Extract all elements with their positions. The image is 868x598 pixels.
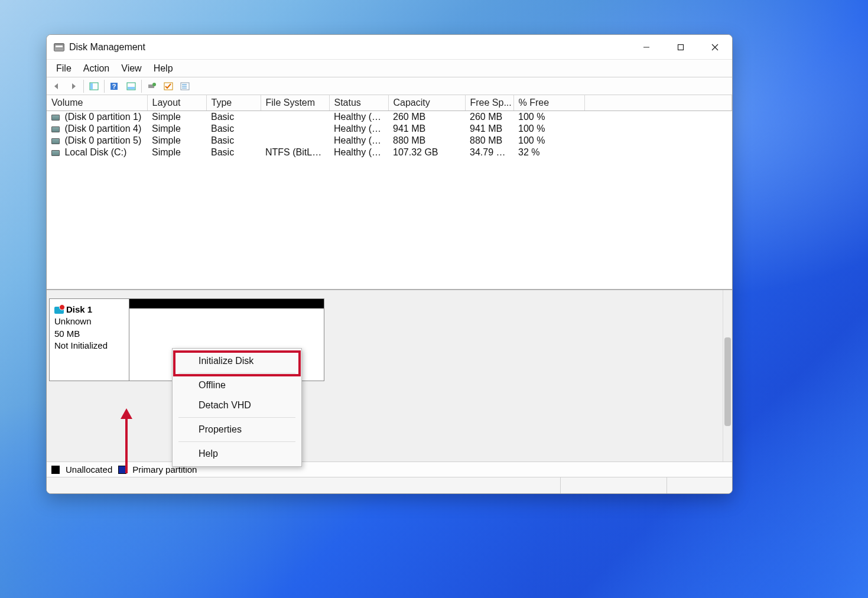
table-cell: Basic <box>206 123 261 135</box>
table-cell <box>584 111 732 124</box>
maximize-button[interactable] <box>664 35 698 60</box>
volume-list-pane[interactable]: VolumeLayoutTypeFile SystemStatusCapacit… <box>47 95 732 290</box>
table-cell: Local Disk (C:) <box>47 147 147 158</box>
disk-graphic-pane[interactable]: Disk 1 Unknown 50 MB Not Initialized <box>47 290 732 462</box>
titlebar: Disk Management <box>47 35 732 60</box>
volume-icon <box>51 138 60 144</box>
table-cell: (Disk 0 partition 5) <box>47 135 147 147</box>
legend-swatch-unallocated <box>51 466 60 474</box>
menu-help[interactable]: Help <box>148 61 179 76</box>
disk-size: 50 MB <box>54 328 124 340</box>
disk-label-box[interactable]: Disk 1 Unknown 50 MB Not Initialized <box>49 298 129 381</box>
table-cell: 941 MB <box>465 123 513 135</box>
toolbar-separator <box>83 80 84 93</box>
app-icon <box>54 43 64 51</box>
context-menu-item-offline[interactable]: Offline <box>173 375 301 395</box>
legend-swatch-primary <box>118 466 126 474</box>
legend: Unallocated Primary partition <box>47 462 732 477</box>
statusbar-cell <box>561 477 667 493</box>
table-cell: Basic <box>206 135 261 147</box>
disk-entry[interactable]: Disk 1 Unknown 50 MB Not Initialized <box>49 298 717 381</box>
refresh-button[interactable] <box>144 79 160 93</box>
table-cell: 100 % <box>513 123 584 135</box>
context-menu-item-detach-vhd[interactable]: Detach VHD <box>173 395 301 415</box>
toolbar: ? <box>47 77 732 95</box>
table-cell: Basic <box>206 147 261 158</box>
table-cell: Healthy (R... <box>329 135 388 147</box>
menu-view[interactable]: View <box>115 61 147 76</box>
properties-check-button[interactable] <box>161 79 176 93</box>
menubar: File Action View Help <box>47 60 732 77</box>
close-button[interactable] <box>698 35 732 60</box>
disk-name: Disk 1 <box>66 304 92 314</box>
table-cell: 880 MB <box>465 135 513 147</box>
column-header[interactable]: Capacity <box>388 95 465 111</box>
table-cell: Simple <box>147 135 206 147</box>
table-cell: Simple <box>147 147 206 158</box>
table-body[interactable]: (Disk 0 partition 1)SimpleBasicHealthy (… <box>47 111 732 159</box>
table-cell: 32 % <box>513 147 584 158</box>
column-header[interactable]: Free Sp... <box>465 95 513 111</box>
disk-management-window: Disk Management File Action View Help ? <box>46 34 733 494</box>
column-header[interactable]: Status <box>329 95 388 111</box>
column-header[interactable]: % Free <box>513 95 584 111</box>
table-cell: Simple <box>147 123 206 135</box>
table-cell <box>261 123 329 135</box>
table-cell: Healthy (R... <box>329 123 388 135</box>
window-title: Disk Management <box>69 42 145 53</box>
show-hide-bottom-button[interactable] <box>123 79 139 93</box>
column-header[interactable]: Layout <box>147 95 206 111</box>
context-menu-item-properties[interactable]: Properties <box>173 420 301 440</box>
context-menu-separator <box>178 441 295 442</box>
table-row[interactable]: Local Disk (C:)SimpleBasicNTFS (BitLo...… <box>47 147 732 158</box>
table-row[interactable]: (Disk 0 partition 5)SimpleBasicHealthy (… <box>47 135 732 147</box>
toolbar-separator <box>104 80 105 93</box>
svg-rect-9 <box>128 87 135 89</box>
help-toolbar-button[interactable]: ? <box>107 79 122 93</box>
volume-icon <box>51 115 60 121</box>
table-row[interactable]: (Disk 0 partition 1)SimpleBasicHealthy (… <box>47 111 732 124</box>
svg-point-11 <box>152 83 156 86</box>
settings-button[interactable] <box>177 79 193 93</box>
column-header[interactable]: File System <box>261 95 329 111</box>
show-hide-tree-button[interactable] <box>86 79 102 93</box>
disk-init-state: Not Initialized <box>54 340 124 352</box>
context-menu-item-initialize-disk[interactable]: Initialize Disk <box>173 351 301 371</box>
disk-status: Unknown <box>54 316 124 327</box>
disk-error-icon <box>54 307 64 314</box>
table-cell: 941 MB <box>388 123 465 135</box>
scrollbar-thumb[interactable] <box>724 337 731 426</box>
volume-table[interactable]: VolumeLayoutTypeFile SystemStatusCapacit… <box>47 95 732 158</box>
table-cell: 34.79 GB <box>465 147 513 158</box>
minimize-button[interactable] <box>629 35 664 60</box>
table-cell: Basic <box>206 111 261 124</box>
column-header[interactable]: Type <box>206 95 261 111</box>
table-row[interactable]: (Disk 0 partition 4)SimpleBasicHealthy (… <box>47 123 732 135</box>
graphic-pane-scrollbar[interactable] <box>723 290 732 462</box>
volume-icon <box>51 126 60 132</box>
statusbar-cell <box>47 477 561 493</box>
table-cell: 260 MB <box>465 111 513 124</box>
table-cell: 100 % <box>513 111 584 124</box>
menu-file[interactable]: File <box>50 61 77 76</box>
svg-rect-1 <box>678 44 684 50</box>
disk-context-menu[interactable]: Initialize DiskOfflineDetach VHDProperti… <box>172 348 302 467</box>
table-header-row[interactable]: VolumeLayoutTypeFile SystemStatusCapacit… <box>47 95 732 111</box>
table-cell: NTFS (BitLo... <box>261 147 329 158</box>
table-cell <box>261 135 329 147</box>
column-header[interactable]: Volume <box>47 95 147 111</box>
back-button[interactable] <box>49 79 64 93</box>
context-menu-item-help[interactable]: Help <box>173 444 301 464</box>
forward-button[interactable] <box>66 79 81 93</box>
table-cell: Healthy (E... <box>329 111 388 124</box>
table-cell <box>584 123 732 135</box>
toolbar-separator <box>141 80 142 93</box>
table-cell: Healthy (B... <box>329 147 388 158</box>
table-cell: 100 % <box>513 135 584 147</box>
table-cell: 880 MB <box>388 135 465 147</box>
column-header-filler <box>584 95 732 111</box>
legend-label-unallocated: Unallocated <box>66 464 112 474</box>
svg-rect-5 <box>90 83 93 89</box>
volume-icon <box>51 150 60 156</box>
menu-action[interactable]: Action <box>77 61 115 76</box>
